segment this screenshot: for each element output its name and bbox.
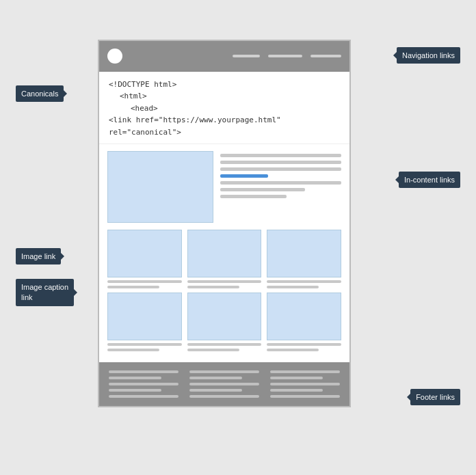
nav-logo-circle [107, 49, 122, 64]
text-line-6 [220, 195, 287, 198]
footer-line-3e [270, 395, 340, 398]
text-line-4 [220, 181, 341, 185]
grid-item-4 [107, 293, 182, 351]
nav-bar [99, 41, 349, 72]
grid-line-5b [187, 349, 239, 351]
footer-line-1a [109, 370, 178, 373]
footer-line-3c [270, 383, 340, 385]
text-lines [220, 151, 341, 223]
grid-row-1 [107, 230, 341, 288]
grid-image-3 [267, 230, 341, 277]
grid-item-2 [187, 230, 262, 288]
code-line-1: <!DOCTYPE html> [109, 79, 340, 91]
footer-line-1e [109, 395, 178, 398]
grid-image-4 [107, 293, 182, 340]
grid-image-1 [107, 230, 182, 277]
nav-link-3 [310, 55, 341, 57]
footer-col-1 [109, 370, 178, 398]
footer-line-3b [270, 377, 323, 379]
main-image [107, 151, 213, 223]
content-area [99, 144, 349, 362]
footer-links-label: Footer links [410, 389, 460, 405]
footer-line-3a [270, 370, 340, 373]
grid-line-1b [107, 286, 159, 288]
footer-line-2c [189, 383, 259, 385]
grid-line-6b [267, 349, 319, 351]
canonicals-label: Canonicals [16, 85, 64, 102]
webpage-mockup: <!DOCTYPE html> <html> <head> <link href… [98, 40, 351, 408]
in-content-links-label: In-content links [399, 172, 460, 188]
footer-col-2 [189, 370, 259, 398]
grid-line-3a [267, 280, 341, 283]
grid-line-2b [187, 286, 239, 288]
footer-col-3 [270, 370, 340, 398]
grid-item-5 [187, 293, 262, 351]
footer-line-1c [109, 383, 178, 385]
footer-line-2a [189, 370, 259, 373]
text-line-link [220, 174, 268, 178]
footer-line-1d [109, 389, 161, 392]
text-line-1 [220, 154, 341, 157]
footer [99, 362, 349, 406]
code-block: <!DOCTYPE html> <html> <head> <link href… [99, 72, 349, 145]
grid-image-2 [187, 230, 262, 277]
navigation-links-label: Navigation links [397, 47, 460, 64]
grid-line-2a [187, 280, 262, 283]
grid-line-5a [187, 343, 262, 346]
grid-line-3b [267, 286, 319, 288]
code-line-4: <link href="https://www.yourpage.html" r… [109, 114, 340, 138]
footer-line-2e [189, 395, 259, 398]
footer-line-1b [109, 377, 161, 379]
footer-line-2d [189, 389, 242, 392]
text-line-2 [220, 161, 341, 164]
grid-item-1 [107, 230, 182, 288]
nav-link-1 [233, 55, 260, 57]
grid-line-6a [267, 343, 341, 346]
grid-line-1a [107, 280, 182, 283]
grid-row-2 [107, 293, 341, 351]
grid-item-6 [267, 293, 341, 351]
main-content-row [107, 151, 341, 223]
grid-image-6 [267, 293, 341, 340]
text-line-3 [220, 167, 341, 171]
image-caption-link-label: Image captionlink [16, 279, 74, 307]
footer-line-3d [270, 389, 323, 392]
code-line-2: <html> [109, 90, 340, 103]
nav-link-2 [268, 55, 302, 57]
code-line-3: <head> [109, 103, 340, 115]
diagram-container: <!DOCTYPE html> <html> <head> <link href… [9, 9, 467, 467]
grid-item-3 [267, 230, 341, 288]
grid-line-4b [107, 349, 159, 351]
grid-image-5 [187, 293, 262, 340]
text-line-5 [220, 188, 305, 191]
footer-line-2b [189, 377, 242, 379]
image-link-label: Image link [16, 248, 61, 264]
grid-line-4a [107, 343, 182, 346]
nav-links-area [233, 55, 341, 57]
